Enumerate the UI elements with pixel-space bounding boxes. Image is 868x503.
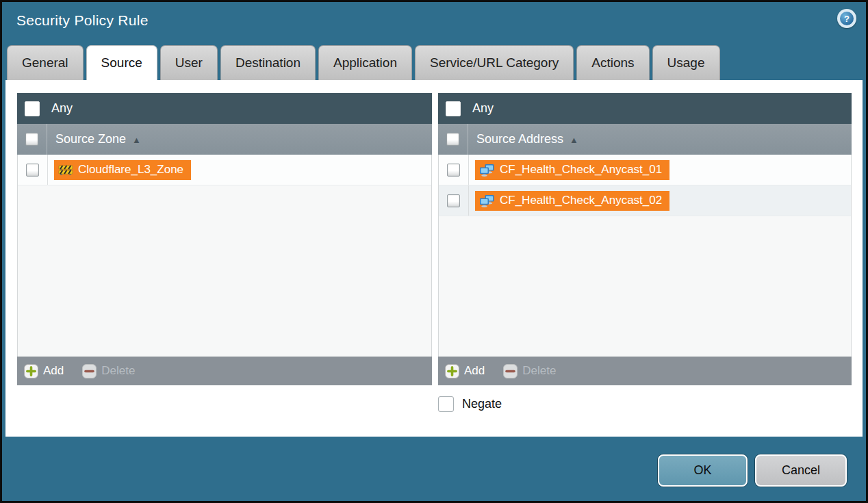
source-zone-column-header[interactable]: Source Zone ▲ xyxy=(17,124,432,155)
select-all-checkbox[interactable] xyxy=(25,133,38,146)
zone-icon xyxy=(58,164,73,176)
any-checkbox[interactable] xyxy=(25,101,40,116)
select-all-cell xyxy=(17,124,47,155)
column-title: Source Zone xyxy=(55,132,126,146)
source-address-panel: Any Source Address ▲ xyxy=(438,93,852,385)
delete-button[interactable]: Delete xyxy=(503,364,556,378)
security-policy-rule-dialog: Security Policy Rule ? General Source Us… xyxy=(0,0,868,503)
tab-usage[interactable]: Usage xyxy=(652,45,720,80)
dialog-title: Security Policy Rule xyxy=(16,12,149,29)
add-label: Add xyxy=(43,364,64,378)
row-checkbox-cell xyxy=(439,185,469,216)
any-checkbox[interactable] xyxy=(446,101,461,116)
sort-asc-icon[interactable]: ▲ xyxy=(570,135,578,145)
tab-actions[interactable]: Actions xyxy=(576,45,649,80)
source-zone-list: Cloudflare_L3_Zone xyxy=(17,155,432,357)
add-button[interactable]: Add xyxy=(24,364,64,378)
row-checkbox-cell xyxy=(439,155,469,185)
delete-icon xyxy=(503,364,518,378)
tab-general[interactable]: General xyxy=(7,45,84,80)
tab-content-area: Any Source Zone ▲ xyxy=(5,80,863,437)
delete-icon xyxy=(82,364,97,378)
delete-label: Delete xyxy=(101,364,135,378)
any-label: Any xyxy=(51,101,73,116)
question-mark-glyph: ? xyxy=(840,12,854,25)
row-checkbox[interactable] xyxy=(447,194,460,207)
tab-service-url-category[interactable]: Service/URL Category xyxy=(415,45,574,80)
row-checkbox-cell xyxy=(18,155,48,185)
row-checkbox[interactable] xyxy=(447,164,460,177)
chip-label: CF_Health_Check_Anycast_02 xyxy=(500,194,662,207)
source-address-list: CF_Health_Check_Anycast_01 xyxy=(438,155,852,357)
chip-label: CF_Health_Check_Anycast_01 xyxy=(500,163,662,177)
delete-button[interactable]: Delete xyxy=(82,364,135,378)
tab-application[interactable]: Application xyxy=(318,45,412,80)
negate-label: Negate xyxy=(462,397,502,411)
negate-checkbox[interactable] xyxy=(438,396,454,412)
tab-bar: General Source User Destination Applicat… xyxy=(7,45,720,80)
column-title: Source Address xyxy=(476,132,563,146)
delete-label: Delete xyxy=(522,364,556,378)
add-button[interactable]: Add xyxy=(445,364,485,378)
row-checkbox[interactable] xyxy=(26,164,39,177)
source-address-toolbar: Add Delete xyxy=(438,357,852,385)
any-label: Any xyxy=(472,101,494,116)
address-chip[interactable]: CF_Health_Check_Anycast_02 xyxy=(475,191,669,211)
ok-button[interactable]: OK xyxy=(658,454,748,487)
table-row: CF_Health_Check_Anycast_01 xyxy=(439,155,851,185)
tab-user[interactable]: User xyxy=(160,45,218,80)
tab-source[interactable]: Source xyxy=(86,45,157,80)
add-icon xyxy=(24,364,38,378)
address-icon xyxy=(479,194,495,207)
add-icon xyxy=(445,364,459,378)
add-label: Add xyxy=(464,364,485,378)
address-chip[interactable]: CF_Health_Check_Anycast_01 xyxy=(475,160,669,180)
source-address-column-header[interactable]: Source Address ▲ xyxy=(438,124,852,155)
negate-field: Negate xyxy=(438,396,502,412)
source-address-any-header: Any xyxy=(438,93,852,124)
address-icon xyxy=(479,164,495,177)
table-row: CF_Health_Check_Anycast_02 xyxy=(439,185,851,216)
source-zone-toolbar: Add Delete xyxy=(17,357,432,385)
source-zone-panel: Any Source Zone ▲ xyxy=(17,93,432,385)
select-all-checkbox[interactable] xyxy=(446,133,459,146)
chip-label: Cloudflare_L3_Zone xyxy=(78,163,183,177)
sort-asc-icon[interactable]: ▲ xyxy=(132,135,141,145)
zone-chip[interactable]: Cloudflare_L3_Zone xyxy=(54,160,191,180)
select-all-cell xyxy=(438,124,468,155)
source-zone-any-header: Any xyxy=(17,93,432,124)
tab-destination[interactable]: Destination xyxy=(220,45,316,80)
help-icon[interactable]: ? xyxy=(837,9,856,28)
cancel-button[interactable]: Cancel xyxy=(755,454,847,487)
table-row: Cloudflare_L3_Zone xyxy=(18,155,431,185)
